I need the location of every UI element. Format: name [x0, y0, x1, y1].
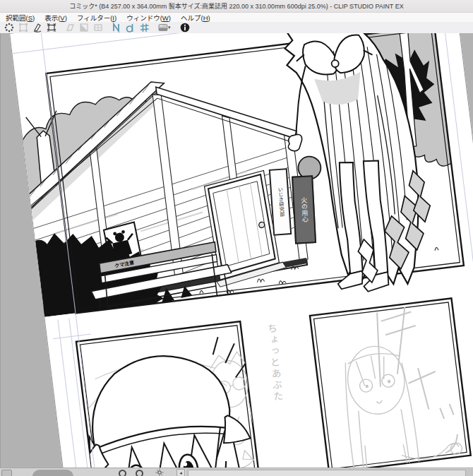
menu-item-help[interactable]: ヘルプ(H) — [176, 13, 215, 22]
mesh-transform-icon — [91, 23, 105, 33]
ruler-icon[interactable] — [109, 23, 124, 33]
menu-item-filter[interactable]: フィルター(I) — [72, 13, 121, 22]
material-dropdown-caret[interactable]: ▾ — [168, 25, 174, 30]
rotate-reset-icon[interactable] — [155, 468, 164, 476]
zoom-preset-button[interactable] — [1, 470, 12, 476]
zoom-slider-knob[interactable] — [32, 470, 73, 476]
window-title: コミック* (B4 257.00 x 364.00mm 製本サイズ:商業誌用 2… — [69, 1, 403, 11]
panel-3-border — [310, 298, 471, 468]
menu-item-window[interactable]: ウィンドウ(W) — [121, 13, 176, 22]
symmetry-ruler-icon[interactable] — [138, 23, 152, 33]
squid-girl-face — [65, 346, 296, 468]
perspective-transform-icon — [77, 23, 91, 33]
document-page[interactable]: クマ注意 いじき研究部 火の用心 ちょっとあぶた — [9, 33, 473, 468]
canvas-viewport[interactable]: クマ注意 いじき研究部 火の用心 ちょっとあぶた — [0, 33, 473, 468]
pen-select-icon[interactable] — [30, 23, 44, 33]
manga-artwork — [10, 33, 473, 468]
panel-3-sketch-girl — [340, 337, 471, 468]
menu-bar: 択範囲(S) 表示(V) フィルター(I) ウィンドウ(W) ヘルプ(H) — [0, 13, 473, 22]
window-titlebar: コミック* (B4 257.00 x 364.00mm 製本サイズ:商業誌用 2… — [0, 0, 473, 13]
zoom-out-icon[interactable] — [119, 470, 126, 476]
polygon-select-icon[interactable] — [44, 23, 59, 33]
zoom-in-icon[interactable] — [136, 470, 143, 476]
info-icon[interactable] — [178, 23, 192, 33]
menu-item-view[interactable]: 表示(V) — [40, 13, 72, 22]
horizontal-scrollbar[interactable] — [186, 469, 473, 476]
transform-frame-icon — [16, 23, 30, 33]
canvas-bottom-bar: ◂ — [0, 468, 473, 476]
protractor-ruler-icon[interactable] — [124, 23, 138, 33]
panel-3-sketch — [335, 302, 470, 468]
fire-caution-sign: 火の用心 — [292, 175, 316, 244]
menu-item-select-range[interactable]: 択範囲(S) — [1, 13, 40, 22]
shear-transform-icon — [63, 23, 77, 33]
marquee-select-icon[interactable] — [2, 23, 16, 33]
horizontal-scrollbar-thumb[interactable] — [188, 470, 466, 476]
scroll-left-button[interactable]: ◂ — [176, 469, 185, 476]
command-bar: ▾ — [0, 22, 473, 34]
